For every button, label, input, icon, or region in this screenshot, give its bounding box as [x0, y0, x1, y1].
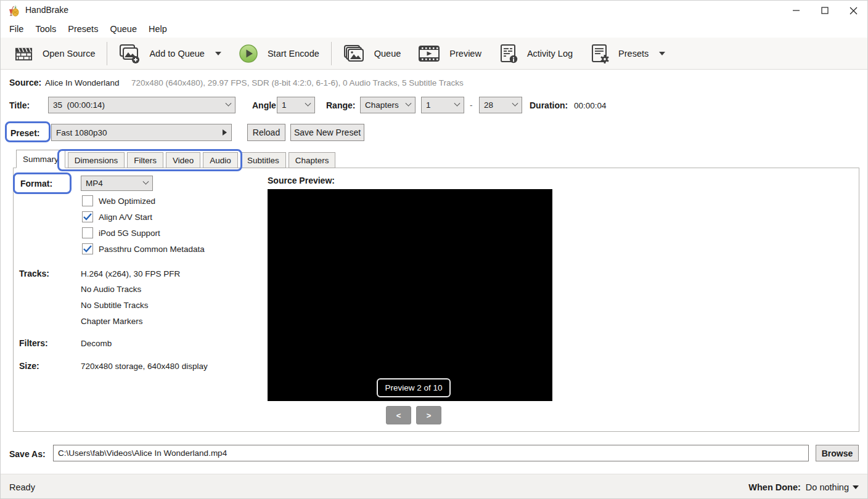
tab-chapters[interactable]: Chapters [289, 152, 336, 168]
range-label: Range: [326, 100, 355, 110]
save-as-label: Save As: [9, 449, 46, 459]
filters-label: Filters: [19, 338, 48, 348]
checkmark-icon [83, 245, 92, 253]
chevron-down-icon [406, 100, 412, 107]
preview-button[interactable]: Preview [409, 39, 490, 68]
size-label: Size: [19, 361, 39, 371]
range-type-select[interactable]: Chapters [360, 97, 416, 113]
checkmark-icon [83, 213, 92, 221]
tab-summary[interactable]: Summary [16, 150, 65, 168]
tab-audio[interactable]: Audio [203, 152, 238, 168]
format-select[interactable]: MP4 [81, 176, 153, 191]
toolbar-separator [107, 42, 107, 65]
tab-filters[interactable]: Filters [127, 152, 163, 168]
preview-label: Preview [449, 49, 481, 59]
source-name: Alice In Wonderland [45, 78, 120, 87]
duration-value: 00:00:04 [574, 101, 607, 110]
angle-select[interactable]: 1 [277, 97, 315, 113]
source-preview-label: Source Preview: [268, 176, 335, 185]
web-optimized-checkbox[interactable] [82, 195, 93, 206]
maximize-button[interactable] [811, 1, 839, 20]
chevron-down-icon [512, 100, 518, 107]
window-title: HandBrake [25, 5, 68, 15]
chevron-down-icon [853, 485, 859, 489]
handbrake-window: HandBrake File Tools Presets Queue Help [0, 0, 868, 499]
range-to-select[interactable]: 28 [479, 97, 522, 113]
preset-label: Preset: [10, 128, 39, 138]
minimize-icon [793, 7, 800, 14]
when-done-label: When Done: [748, 482, 801, 492]
browse-button[interactable]: Browse [816, 445, 859, 461]
align-av-start-label: Align A/V Start [99, 213, 152, 222]
chevron-down-icon [226, 100, 232, 107]
preview-counter-button[interactable]: Preview 2 of 10 [377, 378, 451, 397]
preview-image: Preview 2 of 10 [268, 189, 552, 401]
title-bar: HandBrake [1, 1, 867, 20]
minimize-button[interactable] [782, 1, 811, 20]
tracks-line: H.264 (x264), 30 FPS PFR [81, 269, 180, 278]
tab-dimensions[interactable]: Dimensions [68, 152, 125, 168]
presets-dropdown-icon[interactable] [659, 52, 665, 55]
reload-button[interactable]: Reload [247, 124, 285, 141]
duration-label: Duration: [530, 100, 568, 110]
format-label: Format: [20, 179, 52, 189]
align-av-start-checkbox[interactable] [82, 211, 93, 222]
activity-log-button[interactable]: Activity Log [490, 39, 581, 68]
tracks-line: No Audio Tracks [81, 285, 141, 294]
tracks-line: No Subtitle Tracks [81, 301, 149, 310]
passthru-common-metadata-checkbox[interactable] [82, 243, 93, 254]
chevron-down-icon [143, 179, 149, 185]
toolbar: Open Source Add to Queue [1, 38, 867, 70]
when-done-value: Do nothing [806, 482, 849, 492]
menu-tools[interactable]: Tools [35, 24, 56, 34]
chevron-down-icon [305, 100, 311, 107]
range-separator: - [470, 100, 473, 110]
status-bar: Ready When Done: Do nothing [1, 474, 867, 499]
add-to-queue-label: Add to Queue [149, 49, 205, 59]
tab-bar: Summary Dimensions Filters Video Audio S… [16, 150, 338, 168]
filters-value: Decomb [81, 339, 112, 348]
add-to-queue-button[interactable]: Add to Queue [110, 39, 230, 68]
queue-icon [343, 44, 365, 63]
menu-presets[interactable]: Presets [68, 24, 98, 34]
menu-bar: File Tools Presets Queue Help [1, 20, 867, 38]
close-button[interactable] [839, 1, 867, 20]
save-new-preset-button[interactable]: Save New Preset [290, 124, 364, 141]
menu-file[interactable]: File [9, 24, 23, 34]
activity-log-icon [499, 44, 518, 63]
web-optimized-label: Web Optimized [99, 197, 155, 206]
presets-button[interactable]: Presets [581, 39, 674, 68]
start-encode-button[interactable]: Start Encode [230, 39, 328, 68]
ipod-5g-support-checkbox[interactable] [82, 227, 93, 238]
tab-subtitles[interactable]: Subtitles [240, 152, 286, 168]
queue-label: Queue [374, 49, 401, 59]
queue-button[interactable]: Queue [335, 39, 410, 68]
tracks-line: Chapter Markers [81, 317, 143, 326]
size-value: 720x480 storage, 640x480 display [81, 362, 208, 371]
preset-select[interactable]: Fast 1080p30 [51, 124, 232, 141]
angle-label: Angle: [252, 100, 279, 110]
source-details: 720x480 (640x480), 29.97 FPS, SDR (8-bit… [131, 78, 464, 87]
clapperboard-icon [14, 44, 33, 63]
range-from-select[interactable]: 1 [421, 97, 464, 113]
when-done-control[interactable]: When Done: Do nothing [748, 482, 859, 492]
add-to-queue-dropdown-icon[interactable] [215, 52, 221, 55]
tab-video[interactable]: Video [166, 152, 200, 168]
presets-label: Presets [618, 49, 649, 59]
arrow-right-icon [223, 129, 227, 136]
menu-queue[interactable]: Queue [110, 24, 137, 34]
toolbar-separator [331, 42, 332, 65]
maximize-icon [821, 7, 829, 14]
save-as-input[interactable] [53, 445, 809, 461]
ipod-5g-support-label: iPod 5G Support [99, 229, 160, 238]
open-source-label: Open Source [43, 49, 95, 59]
open-source-button[interactable]: Open Source [6, 39, 104, 68]
start-encode-play-icon [239, 44, 258, 63]
preview-previous-button[interactable]: < [386, 406, 411, 424]
title-select[interactable]: 35 (00:00:14) [48, 97, 235, 113]
start-encode-label: Start Encode [268, 49, 319, 59]
status-ready: Ready [9, 482, 35, 492]
source-label: Source: [9, 78, 41, 87]
menu-help[interactable]: Help [149, 24, 167, 34]
preview-next-button[interactable]: > [416, 406, 441, 424]
